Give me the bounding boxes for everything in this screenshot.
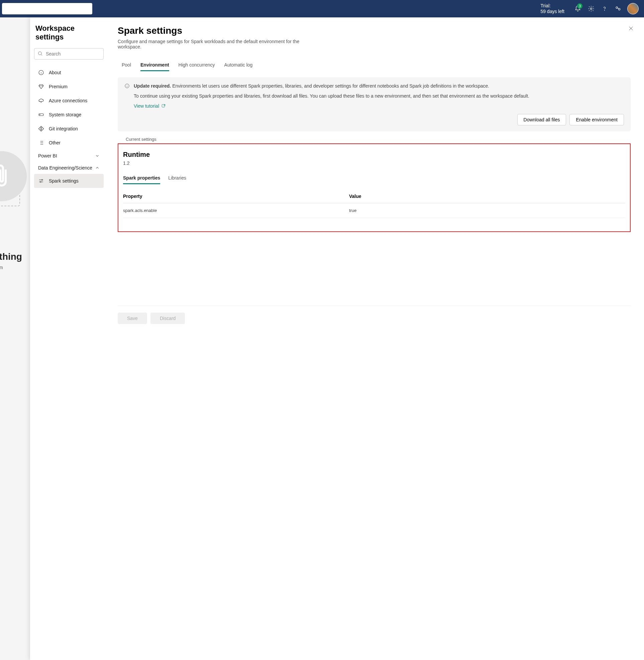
notification-badge: 3 bbox=[577, 3, 582, 9]
svg-point-0 bbox=[591, 8, 592, 10]
svg-point-3 bbox=[619, 8, 620, 10]
trial-days: 59 days left bbox=[540, 9, 565, 14]
help-icon[interactable] bbox=[598, 2, 611, 15]
feedback-icon[interactable] bbox=[611, 2, 625, 15]
global-search-bar[interactable] bbox=[2, 3, 92, 14]
settings-gear-icon[interactable] bbox=[584, 2, 598, 15]
topbar: Trial: 59 days left 3 bbox=[0, 0, 644, 17]
trial-status[interactable]: Trial: 59 days left bbox=[540, 3, 565, 14]
trial-label: Trial: bbox=[540, 3, 565, 9]
notifications-icon[interactable]: 3 bbox=[571, 2, 584, 15]
avatar[interactable] bbox=[627, 3, 639, 14]
svg-point-2 bbox=[616, 7, 618, 8]
svg-point-1 bbox=[604, 10, 605, 11]
